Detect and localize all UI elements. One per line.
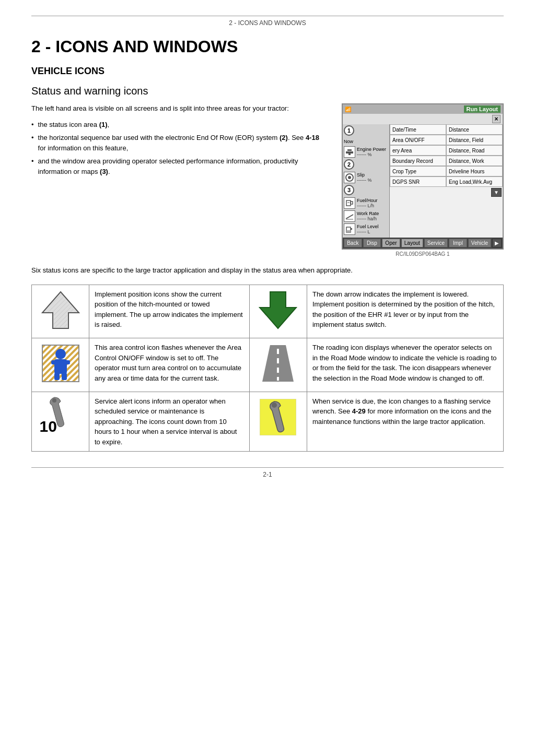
work-rate-icon [344, 210, 355, 222]
section-title: VEHICLE ICONS [31, 66, 504, 77]
close-button[interactable]: × [492, 115, 501, 123]
fuel-level-row: Fuel Level ------ L [344, 223, 388, 235]
badge-1: 1 [344, 125, 354, 136]
arrow-down-cell [249, 285, 307, 338]
page-header: 2 - ICONS AND WINDOWS [31, 16, 504, 27]
svg-rect-1 [347, 149, 352, 151]
ery-area-cell: ery Area [390, 145, 446, 156]
display-top-bar: 📶 Run Layout [343, 104, 503, 114]
bullet-list: the status icon area (1), the horizontal… [31, 120, 326, 177]
wrench-yellow-desc: When service is due, the icon changes to… [307, 392, 503, 452]
fuel-level-icon [344, 223, 355, 235]
svg-marker-16 [260, 292, 296, 328]
bullet-item-2: the horizontal sequence bar used with th… [31, 133, 326, 153]
svg-point-4 [348, 176, 351, 179]
svg-marker-15 [45, 293, 76, 327]
nav-vehicle-btn[interactable]: Vehicle [468, 239, 491, 247]
badge-3: 3 [344, 185, 354, 195]
nav-oper-btn[interactable]: Oper [382, 239, 400, 247]
road-cell [249, 338, 307, 392]
now-label: Now [344, 139, 388, 144]
nav-layout-btn[interactable]: Layout [401, 239, 423, 247]
slip-value: ------ % [357, 178, 372, 183]
area-control-icon [40, 342, 82, 384]
slip-row: Slip ------ % [344, 172, 388, 183]
icon-row-2: This area control icon flashes whenever … [32, 338, 504, 392]
badge-2: 2 [344, 159, 354, 170]
wrench-yellow-icon [257, 396, 299, 438]
signal-icon: 📶 [345, 107, 351, 112]
svg-rect-25 [62, 373, 67, 380]
svg-point-33 [272, 403, 277, 408]
engine-power-icon [344, 146, 355, 158]
ten-label: 10 [40, 415, 57, 438]
distance-road-cell: Distance, Road [446, 145, 503, 156]
tractor-display-container: 📶 Run Layout × 1 Now [342, 103, 504, 257]
nav-service-btn[interactable]: Service [424, 239, 448, 247]
distance-work-cell: Distance, Work [446, 156, 503, 166]
svg-rect-23 [64, 360, 70, 364]
date-time-cell: Date/Time [390, 124, 446, 135]
slip-label: Slip [357, 172, 372, 178]
status-icons-note: Six status icons are specific to the lar… [31, 265, 504, 276]
nav-back-btn[interactable]: Back [344, 239, 362, 247]
icon-row-3: 10 Service alert icons inform an operato… [32, 392, 504, 452]
distance-field-cell: Distance, Field [446, 135, 503, 145]
svg-rect-2 [348, 153, 351, 155]
subsection-title: Status and warning icons [31, 85, 504, 97]
wrench-10-desc: Service alert icons inform an operator w… [89, 392, 250, 452]
wrench-yellow-cell [249, 392, 307, 452]
page-number: 2-1 [263, 471, 272, 478]
fuel-hour-value: ------ L/h [357, 203, 378, 208]
svg-point-31 [52, 398, 56, 403]
nav-disp-btn[interactable]: Disp [363, 239, 381, 247]
display-right-panel: Date/Time Distance Area ON/OFF Distance,… [390, 124, 503, 238]
chapter-title: 2 - ICONS AND WINDOWS [31, 37, 504, 56]
eng-load-cell: Eng Load,Wrk.Avg [446, 176, 503, 187]
work-rate-value: ------ ha/h [357, 216, 379, 221]
run-layout-label: Run Layout [464, 105, 501, 113]
area-ctrl-cell [32, 338, 89, 392]
svg-rect-11 [346, 230, 351, 232]
svg-rect-6 [351, 202, 353, 204]
svg-rect-24 [54, 373, 60, 380]
road-desc: The roading icon displays whenever the o… [307, 338, 503, 392]
header-label: 2 - ICONS AND WINDOWS [229, 19, 306, 27]
work-rate-row: Work Rate ------ ha/h [344, 210, 388, 222]
fuel-level-value: ------ L [357, 229, 379, 234]
icon-row-1: Implement position icons show the curren… [32, 285, 504, 338]
svg-rect-9 [346, 219, 353, 220]
wrench-10-cell: 10 [32, 392, 89, 452]
display-left-panel: 1 Now Engine Power [343, 124, 390, 238]
engine-power-row: Engine Power ------ % [344, 146, 388, 158]
dgps-snr-cell: DGPS SNR [390, 176, 446, 187]
intro-text: The left hand area is visible on all scr… [31, 103, 326, 114]
tractor-display: 📶 Run Layout × 1 Now [342, 103, 504, 250]
arrow-up-icon [40, 289, 82, 331]
icon-table: Implement position icons show the curren… [31, 285, 504, 452]
svg-point-20 [55, 349, 66, 359]
fuel-level-label: Fuel Level [357, 224, 379, 230]
arrow-up-desc: Implement position icons show the curren… [89, 285, 250, 338]
scroll-down-arrow[interactable]: ▼ [491, 188, 502, 197]
nav-impl-btn[interactable]: Impl [449, 239, 467, 247]
arrow-up-cell [32, 285, 89, 338]
svg-line-8 [346, 215, 353, 219]
slip-icon [344, 172, 355, 183]
page-footer: 2-1 [31, 467, 504, 483]
area-onoff-cell: Area ON/OFF [390, 135, 446, 145]
svg-rect-30 [277, 377, 279, 381]
arrow-down-desc: The down arrow indicates the implement i… [307, 285, 503, 338]
display-body: 1 Now Engine Power [343, 124, 503, 238]
nav-right-arrow[interactable]: ▶ [492, 239, 502, 247]
fuel-hour-icon [344, 197, 355, 209]
svg-rect-22 [51, 360, 57, 364]
boundary-record-cell: Boundary Record [390, 156, 446, 166]
fuel-hour-label: Fuel/Hour [357, 198, 378, 204]
intro-section: The left hand area is visible on all scr… [31, 103, 504, 257]
bullet-item-1: the status icon area (1), [31, 120, 326, 130]
wrench-10-icon: 10 [40, 396, 82, 438]
driveline-hours-cell: Driveline Hours [446, 166, 503, 176]
engine-power-label: Engine Power [357, 147, 386, 152]
road-icon [257, 342, 299, 384]
